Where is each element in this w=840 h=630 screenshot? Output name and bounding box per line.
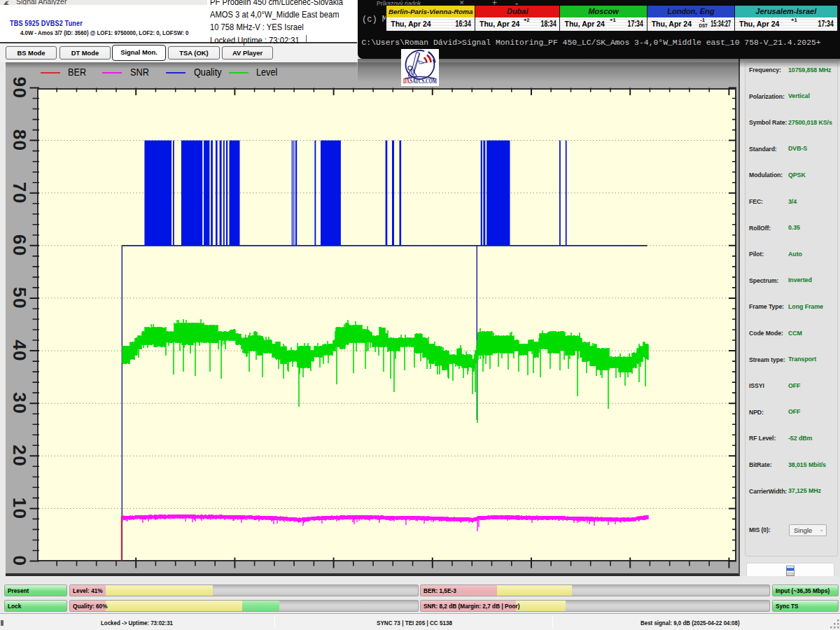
svg-text:50: 50 — [9, 287, 30, 309]
svg-text:40: 40 — [9, 340, 30, 362]
svg-text:10: 10 — [9, 497, 30, 519]
svg-text:DXSATCS.COM: DXSATCS.COM — [403, 78, 437, 85]
svg-text:0: 0 — [9, 556, 30, 567]
svg-text:20: 20 — [9, 444, 30, 467]
svg-text:60: 60 — [9, 234, 30, 257]
svg-text:90: 90 — [9, 77, 30, 99]
svg-text:80: 80 — [9, 130, 30, 152]
svg-text:30: 30 — [9, 392, 30, 414]
svg-text:70: 70 — [9, 182, 30, 204]
